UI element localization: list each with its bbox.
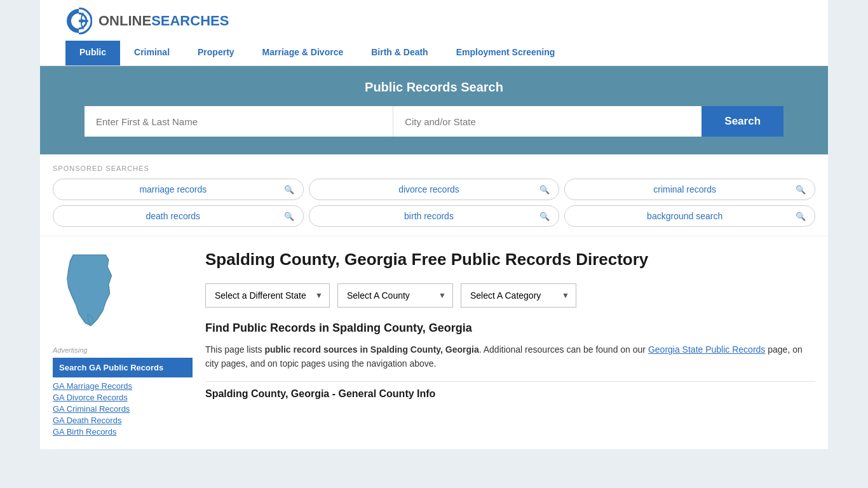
sponsored-item-marriage-text: marriage records (62, 184, 284, 194)
search-icon-death: 🔍 (284, 212, 294, 221)
search-icon-marriage: 🔍 (284, 185, 294, 194)
sponsored-item-background[interactable]: background search 🔍 (564, 205, 815, 227)
sidebar-link-0[interactable]: GA Marriage Records (53, 381, 193, 391)
sponsored-item-marriage[interactable]: marriage records 🔍 (53, 179, 304, 200)
county-info-title: Spalding County, Georgia - General Count… (205, 388, 815, 400)
find-title: Find Public Records in Spalding County, … (205, 322, 815, 335)
category-dropdown[interactable]: Select A Category (461, 284, 576, 307)
state-dropdown[interactable]: Select a Different State (206, 284, 329, 307)
article-body-text: This page lists public record sources in… (205, 342, 815, 371)
county-dropdown-wrapper: Select A County ▼ (337, 283, 453, 308)
search-icon-background: 🔍 (796, 212, 806, 221)
search-banner-title: Public Records Search (65, 80, 803, 95)
body-text-2: . Additional resources can be found on o… (479, 344, 648, 355)
sidebar-link-4[interactable]: GA Birth Records (53, 427, 193, 437)
sidebar-links: GA Marriage Records GA Divorce Records G… (53, 381, 193, 437)
county-dropdown[interactable]: Select A County (338, 284, 452, 307)
sponsored-label: SPONSORED SEARCHES (53, 165, 815, 172)
georgia-records-link[interactable]: Georgia State Public Records (648, 344, 765, 355)
sponsored-item-divorce[interactable]: divorce records 🔍 (309, 179, 560, 200)
sidebar-link-1[interactable]: GA Divorce Records (53, 393, 193, 402)
search-icon-divorce: 🔍 (539, 185, 550, 194)
sponsored-item-background-text: background search (574, 211, 796, 221)
main-article: Spalding County, Georgia Free Public Rec… (205, 249, 815, 437)
logo-icon (65, 8, 92, 34)
sidebar-ad-label: Advertising (53, 346, 193, 354)
state-map (53, 249, 193, 334)
sidebar-ad-section: Advertising Search GA Public Records GA … (53, 346, 193, 437)
body-bold: public record sources in Spalding County… (264, 344, 478, 355)
search-button[interactable]: Search (702, 106, 783, 137)
logo-area: ONLINESEARCHES (65, 8, 803, 34)
name-search-input[interactable] (85, 106, 393, 137)
search-banner: Public Records Search Search (40, 66, 828, 154)
sponsored-item-birth[interactable]: birth records 🔍 (309, 205, 560, 227)
dropdowns-row: Select a Different State ▼ Select A Coun… (205, 283, 815, 308)
main-nav: Public Criminal Property Marriage & Divo… (65, 41, 803, 65)
sponsored-item-death-text: death records (62, 211, 284, 221)
search-row: Search (85, 106, 783, 137)
location-search-input[interactable] (393, 106, 702, 137)
sidebar-link-2[interactable]: GA Criminal Records (53, 404, 193, 414)
body-text-1: This page lists (205, 344, 264, 355)
sponsored-item-criminal[interactable]: criminal records 🔍 (564, 179, 815, 200)
sponsored-item-criminal-text: criminal records (574, 184, 796, 194)
sponsored-item-birth-text: birth records (318, 211, 540, 221)
search-icon-criminal: 🔍 (796, 185, 806, 194)
state-dropdown-wrapper: Select a Different State ▼ (205, 283, 330, 308)
header: ONLINESEARCHES Public Criminal Property … (40, 0, 828, 66)
nav-item-marriage-divorce[interactable]: Marriage & Divorce (248, 41, 358, 65)
sponsored-section: SPONSORED SEARCHES marriage records 🔍 di… (40, 154, 828, 236)
sponsored-item-divorce-text: divorce records (318, 184, 540, 194)
logo-text: ONLINESEARCHES (98, 13, 229, 29)
georgia-map-svg (53, 249, 129, 332)
nav-item-birth-death[interactable]: Birth & Death (357, 41, 442, 65)
content-body: Advertising Search GA Public Records GA … (40, 236, 828, 449)
category-dropdown-wrapper: Select A Category ▼ (461, 283, 576, 308)
nav-item-property[interactable]: Property (184, 41, 248, 65)
sidebar-link-3[interactable]: GA Death Records (53, 416, 193, 425)
sidebar-ad-box[interactable]: Search GA Public Records (53, 358, 193, 377)
search-icon-birth: 🔍 (539, 212, 550, 221)
nav-item-employment[interactable]: Employment Screening (442, 41, 569, 65)
sponsored-grid: marriage records 🔍 divorce records 🔍 cri… (53, 179, 815, 227)
article-title: Spalding County, Georgia Free Public Rec… (205, 249, 815, 271)
nav-item-criminal[interactable]: Criminal (120, 41, 184, 65)
sponsored-item-death[interactable]: death records 🔍 (53, 205, 304, 227)
section-divider (205, 381, 815, 382)
nav-item-public[interactable]: Public (65, 41, 120, 65)
sidebar: Advertising Search GA Public Records GA … (53, 249, 193, 437)
